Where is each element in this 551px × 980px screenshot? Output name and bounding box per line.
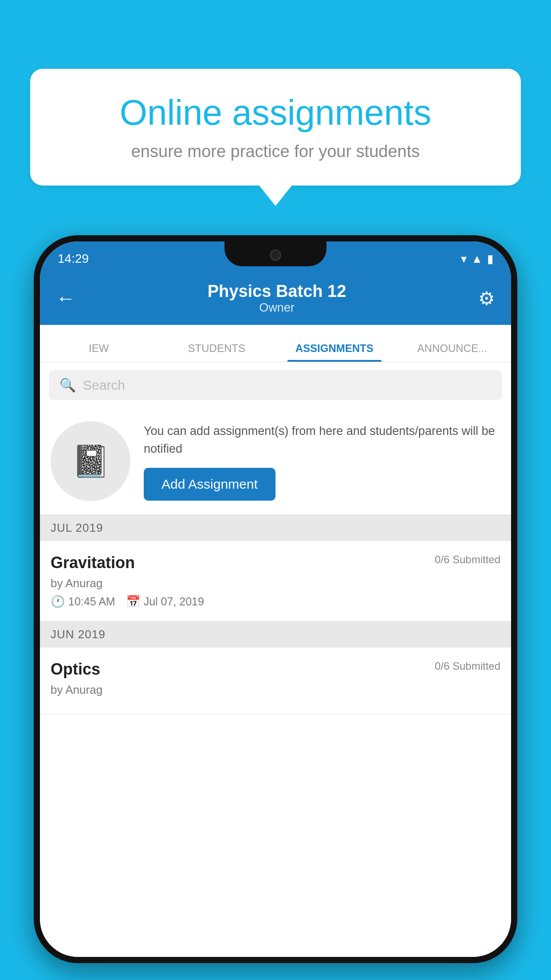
assignment-by: by Anurag xyxy=(51,577,500,590)
assignment-submitted-optics: 0/6 Submitted xyxy=(435,660,500,672)
promo-section: 📓 You can add assignment(s) from here an… xyxy=(40,408,511,515)
signal-icon: ▲ xyxy=(471,252,483,266)
bubble-title: Online assignments xyxy=(57,93,494,132)
search-input[interactable]: Search xyxy=(83,378,125,393)
assignment-by-optics: by Anurag xyxy=(51,683,500,697)
status-time: 14:29 xyxy=(58,247,89,266)
wifi-icon: ▾ xyxy=(461,252,467,266)
assignment-time: 10:45 AM xyxy=(68,595,115,608)
promo-text-block: You can add assignment(s) from here and … xyxy=(144,422,500,501)
notch xyxy=(224,241,327,266)
header-subtitle: Owner xyxy=(208,301,346,315)
phone-screen: 14:29 ▾ ▲ ▮ ← Physics Batch 12 Owner ⚙ I… xyxy=(40,241,511,957)
header-title: Physics Batch 12 xyxy=(208,282,346,301)
promo-description: You can add assignment(s) from here and … xyxy=(144,422,500,458)
assignment-row1-optics: Optics 0/6 Submitted xyxy=(51,660,500,679)
assignment-name: Gravitation xyxy=(51,553,135,572)
speech-bubble: Online assignments ensure more practice … xyxy=(30,69,521,186)
search-bar[interactable]: 🔍 Search xyxy=(49,370,502,400)
tab-students[interactable]: STUDENTS xyxy=(158,342,276,362)
header-title-block: Physics Batch 12 Owner xyxy=(208,282,346,315)
assignment-date: Jul 07, 2019 xyxy=(144,595,204,608)
tab-assignments[interactable]: ASSIGNMENTS xyxy=(276,342,394,362)
settings-icon[interactable]: ⚙ xyxy=(478,288,495,309)
content-area: 🔍 Search 📓 You can add assignment(s) fro… xyxy=(40,362,511,957)
tab-iew[interactable]: IEW xyxy=(40,342,158,362)
add-assignment-button[interactable]: Add Assignment xyxy=(144,468,276,501)
clock-icon: 🕐 xyxy=(51,595,65,609)
assignment-gravitation[interactable]: Gravitation 0/6 Submitted by Anurag 🕐 10… xyxy=(40,541,511,621)
meta-date: 📅 Jul 07, 2019 xyxy=(126,595,204,609)
month-jul-2019: JUL 2019 xyxy=(40,515,511,541)
back-button[interactable]: ← xyxy=(56,287,75,309)
assignment-name-optics: Optics xyxy=(51,660,100,679)
assignment-optics[interactable]: Optics 0/6 Submitted by Anurag xyxy=(40,648,511,714)
promo-icon-circle: 📓 xyxy=(51,421,130,501)
status-icons: ▾ ▲ ▮ xyxy=(461,248,493,266)
month-jun-2019: JUN 2019 xyxy=(40,621,511,648)
notebook-icon: 📓 xyxy=(71,443,110,479)
battery-icon: ▮ xyxy=(487,252,493,266)
assignment-submitted: 0/6 Submitted xyxy=(435,553,500,566)
assignment-row1: Gravitation 0/6 Submitted xyxy=(51,553,500,572)
bubble-subtitle: ensure more practice for your students xyxy=(57,142,494,161)
assignment-meta: 🕐 10:45 AM 📅 Jul 07, 2019 xyxy=(51,595,500,609)
tabs-bar: IEW STUDENTS ASSIGNMENTS ANNOUNCE... xyxy=(40,325,511,362)
camera xyxy=(270,249,281,261)
phone-frame: 14:29 ▾ ▲ ▮ ← Physics Batch 12 Owner ⚙ I… xyxy=(34,235,517,963)
promo-card: Online assignments ensure more practice … xyxy=(30,69,521,186)
tab-announcements[interactable]: ANNOUNCE... xyxy=(394,342,512,362)
meta-time: 🕐 10:45 AM xyxy=(51,595,115,609)
calendar-icon: 📅 xyxy=(126,595,140,609)
search-icon: 🔍 xyxy=(59,377,76,393)
app-header: ← Physics Batch 12 Owner ⚙ xyxy=(40,272,511,325)
search-bar-container: 🔍 Search xyxy=(40,362,511,408)
